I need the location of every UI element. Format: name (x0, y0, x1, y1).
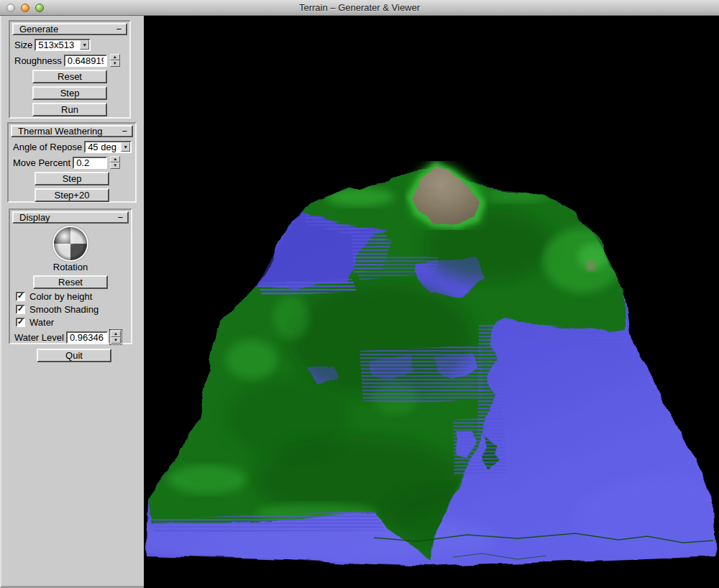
display-reset-button[interactable]: Reset (33, 275, 108, 289)
spin-down-icon[interactable]: ▼ (110, 162, 120, 169)
checkmark-icon: ✓ (17, 291, 24, 300)
generate-header[interactable]: Generate − (12, 23, 127, 35)
size-select[interactable]: 513x513 ▼ (35, 39, 91, 51)
app-window: Terrain – Generater & Viewer Generate − … (0, 0, 719, 588)
spin-down-icon[interactable]: ▼ (110, 60, 120, 67)
display-group: Display − Rotation Reset ✓ Color by heig… (9, 208, 132, 344)
control-panel: Generate − Size 513x513 ▼ Roughness ▲ ▼ … (0, 16, 144, 588)
chevron-down-icon[interactable]: ▼ (80, 40, 89, 50)
generate-run-button[interactable]: Run (32, 103, 107, 116)
collapse-icon[interactable]: − (122, 128, 127, 134)
checkbox-box[interactable]: ✓ (16, 305, 25, 314)
thermal-header[interactable]: Thermal Weathering − (11, 125, 133, 137)
water-level-label: Water Level (14, 332, 64, 343)
angle-of-repose-label: Angle of Repose (13, 142, 82, 152)
window-title: Terrain – Generater & Viewer (0, 2, 719, 13)
checkbox-smooth-shading[interactable]: ✓ Smooth Shading (16, 304, 131, 315)
generate-reset-button[interactable]: Reset (32, 70, 107, 83)
move-percent-input[interactable] (73, 157, 107, 169)
rotation-label: Rotation (10, 262, 131, 272)
checkbox-label: Water (29, 317, 54, 328)
checkbox-box[interactable]: ✓ (16, 318, 25, 327)
generate-step-button[interactable]: Step (32, 86, 107, 100)
angle-value: 45 deg (86, 142, 121, 152)
spin-down-icon[interactable]: ▼ (111, 337, 121, 344)
checkmark-icon: ✓ (17, 304, 24, 313)
roughness-input[interactable] (64, 55, 107, 67)
checkbox-color-by-height[interactable]: ✓ Color by height (16, 291, 131, 302)
generate-title: Generate (19, 24, 58, 35)
spin-up-icon[interactable]: ▲ (111, 331, 121, 337)
size-value: 513x513 (36, 40, 80, 50)
collapse-icon[interactable]: − (116, 26, 122, 32)
move-percent-spinner: ▲ ▼ (110, 156, 120, 169)
water-level-input[interactable] (66, 331, 108, 344)
display-title: Display (19, 212, 50, 223)
roughness-spinner: ▲ ▼ (110, 54, 120, 67)
chevron-down-icon[interactable]: ▼ (121, 142, 130, 152)
thermal-title: Thermal Weathering (18, 126, 103, 137)
water-level-spinner: ▲ ▼ (111, 331, 121, 344)
checkbox-label: Smooth Shading (29, 304, 99, 315)
display-header[interactable]: Display − (12, 211, 129, 224)
move-percent-label: Move Percent (13, 157, 70, 168)
size-label: Size (14, 40, 32, 50)
checkbox-water[interactable]: ✓ Water (16, 317, 131, 328)
terrain-viewport[interactable] (144, 16, 719, 588)
thermal-weathering-group: Thermal Weathering − Angle of Repose 45 … (7, 122, 137, 203)
thermal-step20-button[interactable]: Step+20 (35, 188, 109, 202)
generate-group: Generate − Size 513x513 ▼ Roughness ▲ ▼ … (9, 20, 131, 119)
spin-up-icon[interactable]: ▲ (110, 156, 120, 162)
checkbox-label: Color by height (29, 291, 92, 302)
checkmark-icon: ✓ (17, 317, 24, 326)
rotation-trackball[interactable] (54, 227, 87, 260)
spin-up-icon[interactable]: ▲ (110, 54, 120, 60)
checkbox-box[interactable]: ✓ (16, 292, 25, 301)
angle-of-repose-select[interactable]: 45 deg ▼ (84, 141, 132, 153)
roughness-label: Roughness (14, 55, 62, 66)
thermal-step-button[interactable]: Step (35, 172, 109, 185)
terrain-render (144, 16, 719, 588)
quit-button[interactable]: Quit (37, 349, 111, 362)
collapse-icon[interactable]: − (117, 214, 123, 221)
titlebar[interactable]: Terrain – Generater & Viewer (0, 0, 719, 16)
